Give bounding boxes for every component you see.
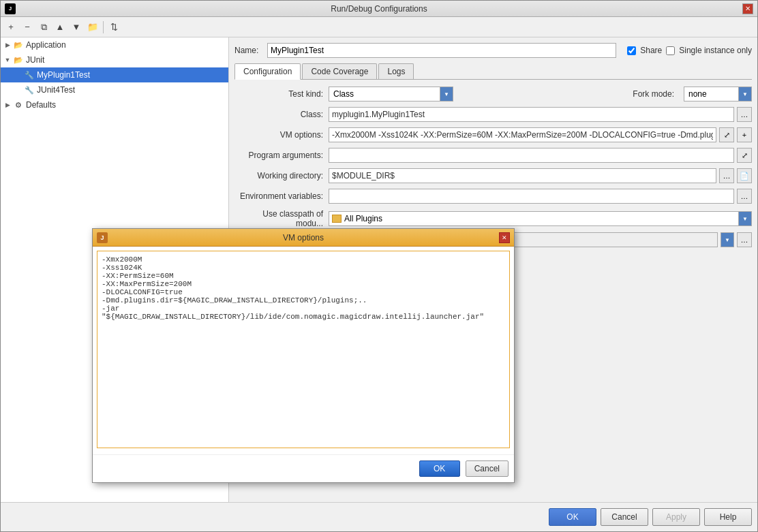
cancel-button[interactable]: Cancel: [601, 508, 648, 526]
tree-toggle-application[interactable]: ▶: [3, 41, 12, 49]
fork-mode-label: Fork mode:: [633, 89, 674, 99]
window-title: Run/Debug Configurations: [16, 4, 742, 14]
tab-code-coverage[interactable]: Code Coverage: [302, 63, 377, 79]
alt-jre-browse-button[interactable]: …: [737, 232, 752, 247]
env-vars-label: Environment variables:: [234, 191, 323, 201]
tree-label-junit: JUnit: [26, 55, 44, 65]
name-label: Name:: [234, 46, 262, 55]
ok-button[interactable]: OK: [549, 508, 596, 526]
move-up-button[interactable]: ▲: [52, 20, 67, 35]
program-args-expand-button[interactable]: ⤢: [737, 148, 752, 163]
test-kind-row: Test kind: ▼ Fork mode: ▼: [234, 87, 752, 101]
classpath-combo: All Plugins ▼: [329, 211, 752, 226]
tree-item-junit[interactable]: ▼ 📂 JUnit: [1, 52, 228, 67]
add-button[interactable]: +: [3, 20, 18, 35]
test-kind-combo: ▼: [329, 87, 453, 101]
tree-item-application[interactable]: ▶ 📂 Application: [1, 37, 228, 52]
class-value: …: [329, 107, 752, 122]
tree-item-defaults[interactable]: ▶ ⚙ Defaults: [1, 97, 228, 112]
single-instance-label: Single instance only: [679, 46, 752, 55]
folder-icon: 📂: [13, 40, 24, 50]
tree-label-junit4test: JUnit4Test: [37, 85, 75, 95]
run-config-icon: 🔧: [24, 69, 35, 80]
tab-configuration[interactable]: Configuration: [234, 63, 301, 80]
name-input[interactable]: [267, 43, 616, 58]
test-kind-dropdown-arrow[interactable]: ▼: [440, 87, 453, 101]
test-kind-label: Test kind:: [234, 89, 323, 99]
toolbar: + − ⧉ ▲ ▼ 📁 ⇅: [1, 17, 757, 37]
help-button[interactable]: Help: [704, 508, 752, 526]
tabs: Configuration Code Coverage Logs: [234, 63, 752, 80]
fork-mode-combo: ▼: [684, 87, 752, 101]
env-vars-value: …: [329, 189, 752, 204]
modal-close-button[interactable]: ✕: [499, 232, 510, 243]
modal-footer: OK Cancel: [93, 454, 514, 482]
working-dir-browse-button[interactable]: …: [719, 168, 734, 183]
vm-options-textarea[interactable]: [97, 251, 510, 448]
modal-ok-button[interactable]: OK: [419, 460, 460, 477]
working-dir-value: … 📄: [329, 168, 752, 183]
tree-label-defaults: Defaults: [26, 100, 56, 110]
vm-options-input[interactable]: [329, 127, 716, 142]
tree-item-myplugin1test[interactable]: ▶ 🔧 MyPlugin1Test: [1, 67, 228, 82]
modal-cancel-button[interactable]: Cancel: [466, 460, 509, 477]
class-label: Class:: [234, 110, 323, 119]
modal-title: VM options: [112, 233, 495, 242]
program-args-value: ⤢: [329, 148, 752, 163]
program-args-input[interactable]: [329, 148, 734, 163]
share-area: Share Single instance only: [627, 46, 752, 55]
vm-options-row: VM options: ⤢ +: [234, 127, 752, 142]
defaults-icon: ⚙: [13, 99, 24, 110]
classpath-value: All Plugins: [344, 214, 382, 223]
test-kind-input[interactable]: [329, 87, 440, 101]
class-row: Class: …: [234, 107, 752, 122]
tree-toggle-defaults[interactable]: ▶: [3, 101, 12, 109]
modal-content: [93, 247, 514, 454]
test-kind-value: ▼: [329, 87, 627, 101]
share-checkbox[interactable]: [627, 46, 636, 55]
tree-toggle-junit[interactable]: ▼: [3, 56, 12, 64]
move-down-button[interactable]: ▼: [69, 20, 84, 35]
class-browse-button[interactable]: …: [737, 107, 752, 122]
vm-options-expand-button[interactable]: ⤢: [719, 127, 734, 142]
working-dir-input[interactable]: [329, 168, 716, 183]
vm-options-insert-button[interactable]: +: [737, 127, 752, 142]
fork-mode-dropdown-arrow[interactable]: ▼: [738, 87, 752, 101]
folder-button[interactable]: 📁: [85, 20, 100, 35]
tree-label-application: Application: [26, 40, 66, 50]
copy-button[interactable]: ⧉: [36, 20, 51, 35]
class-input[interactable]: [329, 107, 734, 122]
env-vars-browse-button[interactable]: …: [737, 189, 752, 204]
vm-options-value: ⤢ +: [329, 127, 752, 142]
toolbar-separator: [103, 21, 104, 33]
classpath-label: Use classpath of modu...: [234, 209, 323, 228]
program-args-label: Program arguments:: [234, 151, 323, 160]
fork-mode-input[interactable]: [684, 87, 738, 101]
tree-label-myplugin1test: MyPlugin1Test: [37, 70, 90, 80]
vm-options-label: VM options:: [234, 130, 323, 140]
tree-item-junit4test[interactable]: ▶ 🔧 JUnit4Test: [1, 82, 228, 97]
window-close-button[interactable]: ✕: [742, 3, 753, 14]
env-vars-input[interactable]: [329, 189, 734, 204]
apply-button[interactable]: Apply: [652, 508, 700, 526]
modal-logo-icon: J: [97, 232, 108, 243]
junit-folder-icon: 📂: [13, 54, 24, 65]
single-instance-checkbox[interactable]: [666, 46, 675, 55]
working-dir-icon2[interactable]: 📄: [737, 168, 752, 183]
run-config-icon-2: 🔧: [24, 84, 35, 95]
sort-button[interactable]: ⇅: [106, 20, 121, 35]
remove-button[interactable]: −: [20, 20, 35, 35]
classpath-dropdown-arrow[interactable]: ▼: [738, 211, 752, 226]
classpath-field: All Plugins: [329, 211, 738, 226]
folder-small-icon: [332, 215, 342, 223]
alt-jre-dropdown-arrow[interactable]: ▼: [721, 232, 734, 247]
classpath-row: Use classpath of modu... All Plugins ▼: [234, 209, 752, 228]
modal-title-bar: J VM options ✕: [93, 229, 514, 247]
title-bar: J Run/Debug Configurations ✕: [1, 1, 757, 17]
env-vars-row: Environment variables: …: [234, 189, 752, 204]
vm-options-modal: J VM options ✕ OK Cancel: [92, 228, 515, 483]
working-dir-label: Working directory:: [234, 171, 323, 181]
bottom-bar: OK Cancel Apply Help: [1, 502, 757, 531]
tab-logs[interactable]: Logs: [378, 63, 414, 79]
share-label: Share: [640, 46, 662, 55]
